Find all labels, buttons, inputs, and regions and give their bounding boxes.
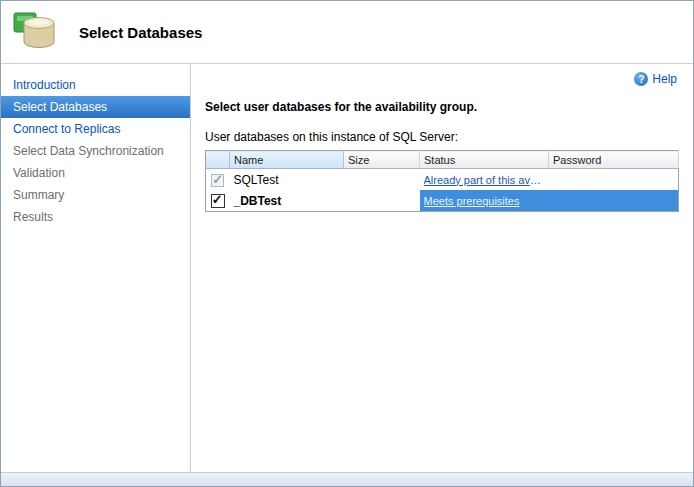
wizard-header: Select Databases bbox=[1, 1, 693, 64]
instruction-text: Select user databases for the availabili… bbox=[205, 100, 679, 114]
table-row[interactable]: SQLTest Already part of this availabilit… bbox=[206, 169, 679, 191]
status-link[interactable]: Already part of this availabilit... bbox=[424, 174, 545, 186]
wizard-window: Select Databases Introduction Select Dat… bbox=[0, 0, 694, 487]
database-status-cell: Already part of this availabilit... bbox=[420, 169, 549, 191]
database-password-cell bbox=[549, 190, 679, 212]
help-icon: ? bbox=[634, 72, 648, 86]
database-size-cell bbox=[344, 169, 420, 191]
wizard-steps-sidebar: Introduction Select Databases Connect to… bbox=[1, 64, 191, 472]
databases-table: Name Size Status Password SQLTest bbox=[205, 150, 679, 212]
sidebar-item-results: Results bbox=[1, 206, 190, 228]
column-header-checkbox[interactable] bbox=[206, 151, 230, 169]
sidebar-item-select-databases[interactable]: Select Databases bbox=[1, 96, 190, 118]
status-link[interactable]: Meets prerequisites bbox=[424, 195, 545, 207]
sidebar-item-connect-to-replicas[interactable]: Connect to Replicas bbox=[1, 118, 190, 140]
row-checkbox-cell bbox=[206, 190, 230, 212]
help-link[interactable]: ? Help bbox=[634, 72, 677, 86]
table-row[interactable]: _DBTest Meets prerequisites bbox=[206, 190, 679, 212]
sidebar-item-introduction[interactable]: Introduction bbox=[1, 74, 190, 96]
page-title: Select Databases bbox=[79, 24, 202, 41]
databases-list-label: User databases on this instance of SQL S… bbox=[205, 130, 679, 144]
database-status-cell: Meets prerequisites bbox=[420, 190, 549, 212]
column-header-size[interactable]: Size bbox=[344, 151, 420, 169]
database-name-cell: _DBTest bbox=[230, 190, 344, 212]
column-header-name[interactable]: Name bbox=[230, 151, 344, 169]
sidebar-item-validation: Validation bbox=[1, 162, 190, 184]
row-checkbox bbox=[211, 174, 224, 187]
column-header-password[interactable]: Password bbox=[549, 151, 679, 169]
sidebar-item-select-data-synchronization: Select Data Synchronization bbox=[1, 140, 190, 162]
wizard-body: Introduction Select Databases Connect to… bbox=[1, 64, 693, 472]
sidebar-item-summary: Summary bbox=[1, 184, 190, 206]
row-checkbox[interactable] bbox=[211, 194, 225, 208]
table-header-row: Name Size Status Password bbox=[206, 151, 679, 169]
column-header-status[interactable]: Status bbox=[420, 151, 549, 169]
database-size-cell bbox=[344, 190, 420, 212]
row-checkbox-cell bbox=[206, 169, 230, 191]
help-label: Help bbox=[652, 72, 677, 86]
database-password-cell bbox=[549, 169, 679, 191]
database-name-cell: SQLTest bbox=[230, 169, 344, 191]
window-footer bbox=[1, 472, 693, 486]
database-availability-icon bbox=[11, 8, 59, 56]
main-panel: ? Help Select user databases for the ava… bbox=[191, 64, 693, 472]
